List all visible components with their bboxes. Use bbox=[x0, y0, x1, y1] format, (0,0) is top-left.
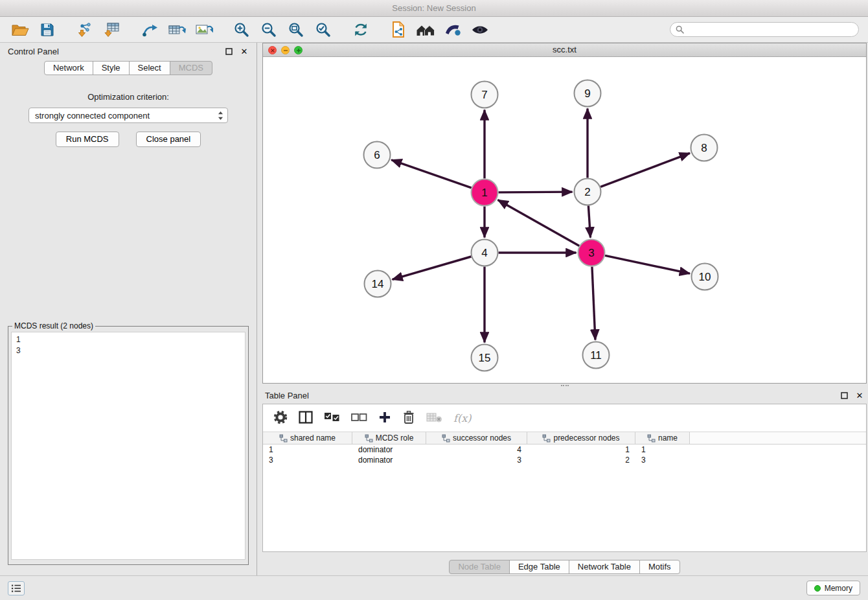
run-mcds-button[interactable]: Run MCDS bbox=[56, 132, 119, 147]
column-header-successor-nodes[interactable]: successor nodes bbox=[426, 432, 527, 444]
node-8[interactable]: 8 bbox=[691, 135, 718, 161]
table-tab-motifs[interactable]: Motifs bbox=[639, 560, 680, 574]
table-row[interactable]: 1dominator411 bbox=[263, 444, 866, 455]
tab-network[interactable]: Network bbox=[44, 61, 93, 75]
edge-3-1[interactable] bbox=[497, 200, 579, 246]
column-header-name[interactable]: name bbox=[635, 432, 690, 444]
tab-mcds[interactable]: MCDS bbox=[170, 61, 212, 75]
copy-view-button[interactable] bbox=[385, 19, 412, 41]
table-tab-network-table[interactable]: Network Table bbox=[569, 560, 640, 574]
close-window-button[interactable] bbox=[268, 46, 277, 54]
close-table-panel-button[interactable]: ✕ bbox=[855, 391, 864, 400]
zoom-out-button[interactable] bbox=[255, 19, 282, 41]
memory-button[interactable]: Memory bbox=[806, 581, 860, 595]
attribute-type-icon bbox=[279, 434, 288, 443]
edge-2-3[interactable] bbox=[588, 205, 590, 237]
table-settings-button[interactable] bbox=[273, 410, 288, 426]
eye-icon bbox=[471, 23, 489, 36]
node-6[interactable]: 6 bbox=[364, 142, 391, 168]
apply-visual-style-icon bbox=[444, 23, 461, 37]
add-column-button[interactable] bbox=[378, 411, 391, 426]
apply-style-button[interactable] bbox=[439, 19, 466, 41]
tab-select[interactable]: Select bbox=[129, 61, 170, 75]
column-header-predecessor-nodes[interactable]: predecessor nodes bbox=[527, 432, 635, 444]
delete-table-button[interactable] bbox=[426, 411, 442, 425]
control-panel-header: Control Panel ✕ bbox=[0, 43, 257, 60]
refresh-view-button[interactable] bbox=[347, 19, 374, 41]
statusbar: Memory bbox=[0, 575, 868, 600]
deselect-all-icon bbox=[351, 411, 367, 423]
table-tab-node-table[interactable]: Node Table bbox=[449, 560, 510, 574]
select-all-icon bbox=[324, 411, 340, 423]
zoom-window-button[interactable] bbox=[294, 46, 303, 54]
window-title: Session: New Session bbox=[392, 3, 475, 13]
table-cell: 1 bbox=[263, 445, 352, 454]
zoom-in-button[interactable] bbox=[228, 19, 255, 41]
delete-column-button[interactable] bbox=[402, 410, 415, 426]
table-row[interactable]: 3dominator323 bbox=[263, 455, 866, 465]
table-panel-tabs: Node TableEdge TableNetwork TableMotifs bbox=[262, 560, 867, 574]
node-15[interactable]: 15 bbox=[472, 345, 498, 371]
open-file-button[interactable] bbox=[6, 19, 34, 41]
node-1[interactable]: 1 bbox=[472, 179, 498, 206]
network-canvas[interactable]: 7968124314101511 bbox=[263, 57, 865, 383]
float-panel-button[interactable] bbox=[224, 47, 233, 56]
import-table-button[interactable] bbox=[98, 19, 126, 41]
zoom-fit-button[interactable] bbox=[282, 19, 310, 41]
import-network-button[interactable] bbox=[71, 19, 98, 41]
trash-icon bbox=[402, 410, 415, 424]
node-3[interactable]: 3 bbox=[578, 240, 605, 266]
node-2[interactable]: 2 bbox=[575, 179, 601, 205]
table-cell: dominator bbox=[352, 456, 426, 465]
svg-text:3: 3 bbox=[588, 247, 594, 259]
plus-icon bbox=[378, 411, 391, 424]
new-table-icon bbox=[168, 22, 186, 38]
edge-3-10[interactable] bbox=[605, 255, 690, 273]
search-box[interactable] bbox=[670, 22, 859, 37]
node-9[interactable]: 9 bbox=[575, 80, 601, 107]
node-10[interactable]: 10 bbox=[692, 264, 718, 290]
edge-2-8[interactable] bbox=[600, 153, 690, 187]
show-columns-button[interactable] bbox=[299, 411, 313, 426]
svg-text:9: 9 bbox=[584, 87, 590, 100]
show-hide-button[interactable] bbox=[466, 19, 494, 41]
edge-1-2[interactable] bbox=[498, 192, 572, 192]
zoom-selected-button[interactable] bbox=[310, 19, 337, 41]
new-table-button[interactable] bbox=[163, 19, 190, 41]
search-icon bbox=[676, 25, 684, 34]
column-header-shared-name[interactable]: shared name bbox=[263, 432, 352, 444]
optimization-criterion-label: Optimization criterion: bbox=[0, 92, 257, 102]
save-session-icon bbox=[40, 23, 54, 37]
tab-style[interactable]: Style bbox=[93, 61, 130, 75]
task-history-button[interactable] bbox=[8, 581, 25, 595]
network-window-titlebar: scc.txt bbox=[263, 43, 866, 57]
mcds-result-line: 1 bbox=[16, 334, 240, 345]
optimization-criterion-select[interactable]: strongly connected component bbox=[29, 108, 228, 123]
node-7[interactable]: 7 bbox=[472, 82, 498, 108]
node-11[interactable]: 11 bbox=[583, 342, 610, 369]
function-builder-button[interactable]: f(x) bbox=[453, 412, 471, 424]
minimize-window-button[interactable] bbox=[281, 46, 290, 54]
mcds-result-line: 3 bbox=[16, 345, 240, 356]
table-tab-edge-table[interactable]: Edge Table bbox=[509, 560, 569, 574]
edge-3-11[interactable] bbox=[592, 266, 595, 340]
new-network-button[interactable] bbox=[136, 19, 163, 41]
export-image-button[interactable] bbox=[190, 19, 218, 41]
close-panel-button[interactable]: Close panel bbox=[136, 132, 201, 147]
table-cell: 1 bbox=[635, 445, 690, 454]
select-all-rows-button[interactable] bbox=[324, 411, 340, 425]
close-control-panel-button[interactable]: ✕ bbox=[240, 47, 249, 56]
columns-icon bbox=[299, 411, 313, 424]
deselect-all-rows-button[interactable] bbox=[351, 411, 367, 425]
edge-1-6[interactable] bbox=[391, 160, 472, 188]
attribute-type-icon bbox=[365, 434, 373, 443]
search-input[interactable] bbox=[687, 25, 853, 34]
node-14[interactable]: 14 bbox=[365, 271, 391, 297]
float-table-panel-button[interactable] bbox=[839, 391, 849, 400]
import-table-from-file-icon bbox=[104, 22, 120, 38]
column-header-MCDS-role[interactable]: MCDS role bbox=[352, 432, 426, 444]
home-layout-button[interactable] bbox=[412, 19, 439, 41]
node-4[interactable]: 4 bbox=[472, 240, 498, 266]
save-session-button[interactable] bbox=[34, 19, 61, 41]
edge-4-14[interactable] bbox=[393, 257, 472, 279]
